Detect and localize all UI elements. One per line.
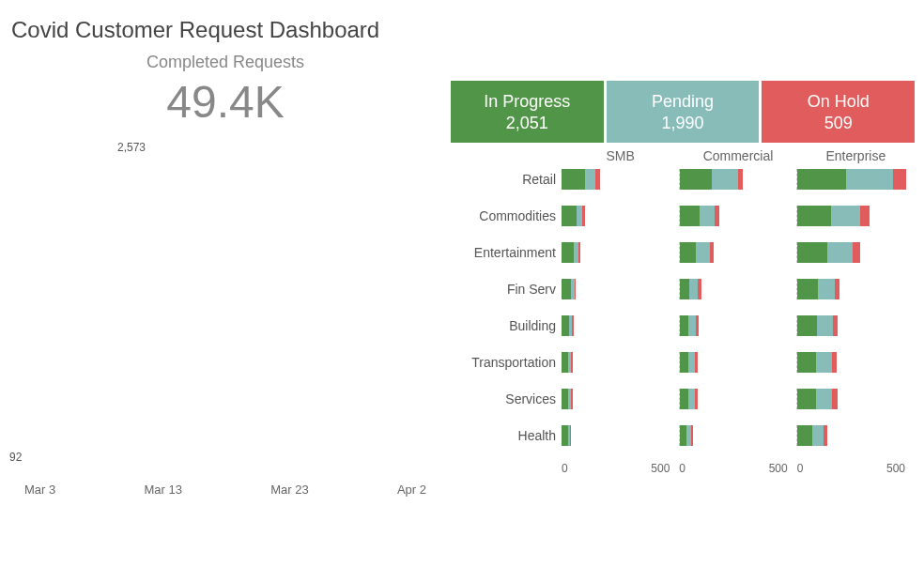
timeseries-bars bbox=[19, 156, 432, 475]
category-label: Fin Serv bbox=[451, 282, 562, 297]
completed-requests-label: Completed Requests bbox=[19, 53, 432, 72]
category-cell[interactable] bbox=[796, 352, 915, 373]
hbar-segment-on-hold bbox=[695, 352, 698, 373]
hbar-segment-on-hold bbox=[595, 169, 600, 190]
category-label: Services bbox=[451, 391, 562, 406]
hbar-segment-in-progress bbox=[797, 389, 816, 409]
category-cell[interactable] bbox=[562, 169, 679, 190]
hbar-segment-in-progress bbox=[680, 206, 700, 226]
category-cells bbox=[562, 206, 915, 226]
hbar-segment-in-progress bbox=[562, 169, 585, 190]
hbar-segment-pending bbox=[688, 389, 695, 409]
category-cell[interactable] bbox=[679, 389, 797, 409]
hbar-segment-on-hold bbox=[695, 389, 698, 409]
category-cell[interactable] bbox=[796, 169, 915, 190]
hbar-segment-on-hold bbox=[835, 279, 839, 299]
hbar-segment-in-progress bbox=[562, 389, 568, 409]
category-cell[interactable] bbox=[796, 389, 915, 409]
status-box-in-progress[interactable]: In Progress 2,051 bbox=[451, 81, 604, 143]
category-label: Health bbox=[451, 428, 562, 443]
segment-header: Commercial bbox=[679, 148, 796, 163]
hbar-segment-pending bbox=[688, 315, 695, 336]
category-cells bbox=[562, 352, 915, 373]
hbar-segment-in-progress bbox=[680, 425, 686, 446]
category-cell[interactable] bbox=[562, 352, 679, 373]
axis-tick: 500 bbox=[651, 462, 670, 475]
xaxis-tick: Mar 13 bbox=[144, 483, 181, 501]
category-row: Retail bbox=[451, 169, 915, 190]
dashboard-container: Completed Requests 49.4K Mar 3Mar 13Mar … bbox=[0, 43, 924, 563]
peak-value-label: 2,573 bbox=[117, 141, 146, 154]
category-cell[interactable] bbox=[796, 242, 915, 263]
hbar-segment-on-hold bbox=[571, 389, 572, 409]
status-label: On Hold bbox=[762, 92, 915, 112]
category-cell[interactable] bbox=[679, 425, 797, 446]
hbar-segment-in-progress bbox=[562, 242, 574, 263]
hbar-segment-on-hold bbox=[691, 425, 693, 446]
segment-header: SMB bbox=[562, 148, 679, 163]
hbar-segment-in-progress bbox=[562, 315, 569, 336]
hbar-segment-in-progress bbox=[680, 352, 688, 373]
hbar-segment-on-hold bbox=[698, 279, 701, 299]
hbar-segment-in-progress bbox=[797, 169, 846, 190]
hbar-segment-in-progress bbox=[562, 206, 577, 226]
hbar-segment-on-hold bbox=[893, 169, 906, 190]
category-cell[interactable] bbox=[679, 352, 797, 373]
axis-cell: 0 500 bbox=[679, 462, 796, 475]
category-row: Transportation bbox=[451, 352, 915, 373]
hbar-segment-on-hold bbox=[853, 242, 860, 263]
hbar-segment-on-hold bbox=[824, 425, 827, 446]
hbar-segment-pending bbox=[817, 315, 833, 336]
hbar-segment-pending bbox=[688, 352, 695, 373]
hbar-segment-in-progress bbox=[680, 242, 697, 263]
hbar-segment-pending bbox=[818, 279, 835, 299]
hbar-segment-in-progress bbox=[797, 352, 816, 373]
segment-header-row: SMB Commercial Enterprise bbox=[451, 148, 915, 163]
category-cells bbox=[562, 389, 915, 409]
status-label: Pending bbox=[607, 92, 760, 112]
hbar-segment-pending bbox=[689, 279, 698, 299]
category-cell[interactable] bbox=[796, 425, 915, 446]
hbar-segment-pending bbox=[827, 242, 853, 263]
category-cell[interactable] bbox=[679, 169, 797, 190]
category-cell[interactable] bbox=[562, 206, 679, 226]
category-cell[interactable] bbox=[679, 279, 797, 299]
left-panel: Completed Requests 49.4K Mar 3Mar 13Mar … bbox=[0, 43, 451, 563]
hbar-segment-pending bbox=[696, 242, 709, 263]
category-cell[interactable] bbox=[562, 279, 679, 299]
xaxis-tick: Mar 3 bbox=[24, 483, 55, 501]
axis-tick: 500 bbox=[886, 462, 905, 475]
category-row: Health bbox=[451, 425, 915, 446]
hbar-segment-on-hold bbox=[582, 206, 585, 226]
right-panel: In Progress 2,051 Pending 1,990 On Hold … bbox=[451, 43, 924, 563]
hbar-segment-in-progress bbox=[797, 425, 812, 446]
hbar-segment-on-hold bbox=[575, 279, 577, 299]
category-cell[interactable] bbox=[679, 315, 797, 336]
xaxis-tick: Mar 23 bbox=[270, 483, 308, 501]
hbar-segment-pending bbox=[816, 389, 832, 409]
hbar-segment-pending bbox=[816, 352, 832, 373]
status-value: 509 bbox=[762, 114, 915, 133]
timeseries-xaxis: Mar 3Mar 13Mar 23Apr 2 bbox=[19, 483, 432, 501]
status-box-on-hold[interactable]: On Hold 509 bbox=[762, 81, 915, 143]
segment-header: Enterprise bbox=[797, 148, 915, 163]
category-cell[interactable] bbox=[562, 242, 679, 263]
status-value: 2,051 bbox=[451, 114, 604, 133]
category-label: Retail bbox=[451, 172, 562, 187]
category-cells bbox=[562, 169, 915, 190]
status-box-pending[interactable]: Pending 1,990 bbox=[607, 81, 760, 143]
hbar-segment-on-hold bbox=[710, 242, 714, 263]
category-cell[interactable] bbox=[796, 279, 915, 299]
category-cell[interactable] bbox=[796, 315, 915, 336]
category-cell[interactable] bbox=[562, 389, 679, 409]
hbar-segment-in-progress bbox=[797, 279, 817, 299]
status-value: 1,990 bbox=[607, 114, 760, 133]
category-cell[interactable] bbox=[679, 242, 797, 263]
category-cell[interactable] bbox=[679, 206, 797, 226]
category-cell[interactable] bbox=[562, 315, 679, 336]
category-cell[interactable] bbox=[796, 206, 915, 226]
hbar-segment-in-progress bbox=[562, 279, 571, 299]
category-cell[interactable] bbox=[562, 425, 679, 446]
hbar-segment-pending bbox=[712, 169, 738, 190]
hbar-segment-in-progress bbox=[562, 425, 568, 446]
